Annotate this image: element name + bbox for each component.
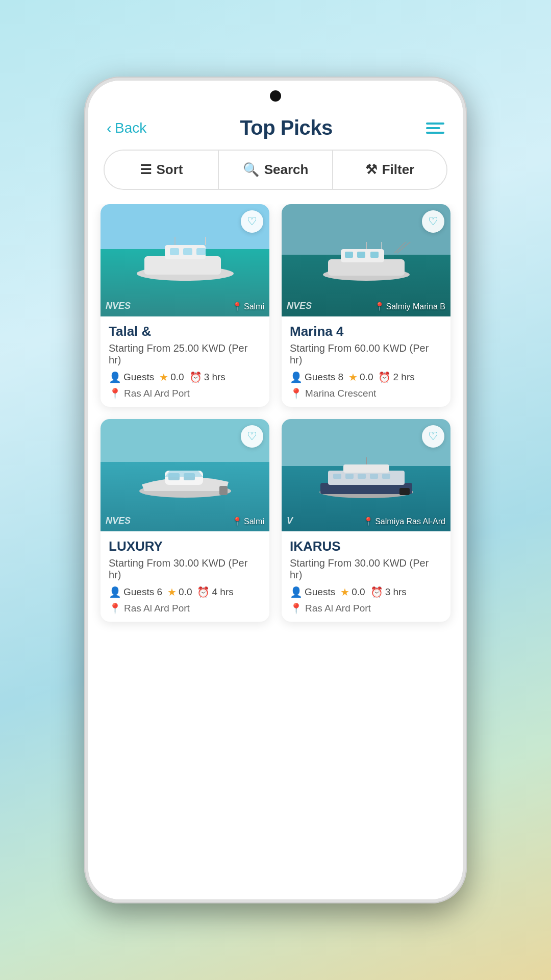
card-title-3: LUXURY bbox=[109, 538, 261, 554]
sort-icon: ☰ bbox=[140, 162, 152, 178]
boat-grid: ♡ 📍 Salmi NVES Talal & Starting From 25.… bbox=[101, 204, 450, 622]
card-image-wrap-3: ♡ 📍 Salmi NVES bbox=[101, 419, 269, 531]
rating-value-4: 0.0 bbox=[352, 586, 365, 598]
rating-info-3: ★ 0.0 bbox=[167, 586, 192, 598]
boat-svg-4 bbox=[313, 456, 420, 500]
duration-info-3: ⏰ 4 hrs bbox=[197, 586, 233, 598]
search-label: Search bbox=[264, 162, 309, 178]
favorite-btn-3[interactable]: ♡ bbox=[241, 425, 263, 448]
filter-label: Filter bbox=[382, 162, 415, 178]
guests-info-2: 👤 Guests 8 bbox=[290, 371, 343, 383]
svg-rect-30 bbox=[382, 474, 390, 479]
guests-label-1: Guests bbox=[123, 372, 154, 383]
duration-value-2: 2 hrs bbox=[393, 372, 414, 383]
location-name-2: Marina Crescent bbox=[305, 388, 376, 399]
boat-card-1[interactable]: ♡ 📍 Salmi NVES Talal & Starting From 25.… bbox=[101, 204, 269, 407]
card-location-1: 📍 Ras Al Ard Port bbox=[109, 387, 261, 400]
card-price-2: Starting From 60.00 KWD (Per hr) bbox=[290, 342, 442, 366]
location-text-4: Salmiya Ras Al-Ard bbox=[375, 517, 445, 526]
loc-pin-icon-2: 📍 bbox=[290, 387, 303, 400]
favorite-btn-4[interactable]: ♡ bbox=[422, 425, 444, 448]
clock-icon-4: ⏰ bbox=[370, 586, 383, 598]
duration-value-1: 3 hrs bbox=[204, 372, 226, 383]
location-name-3: Ras Al Ard Port bbox=[124, 603, 190, 614]
card-location-4: 📍 Ras Al Ard Port bbox=[290, 602, 442, 615]
watermark-3: NVES bbox=[106, 516, 131, 526]
svg-rect-27 bbox=[345, 474, 354, 479]
heart-icon-3: ♡ bbox=[247, 430, 257, 443]
duration-value-3: 4 hrs bbox=[212, 586, 233, 598]
watermark-1: NVES bbox=[106, 301, 131, 311]
pin-icon-4: 📍 bbox=[363, 517, 373, 526]
watermark-2: NVES bbox=[287, 301, 312, 311]
location-badge-4: 📍 Salmiya Ras Al-Ard bbox=[363, 517, 445, 526]
svg-rect-33 bbox=[399, 488, 410, 495]
card-price-4: Starting From 30.00 KWD (Per hr) bbox=[290, 557, 442, 581]
card-meta-3: 👤 Guests 6 ★ 0.0 ⏰ 4 hrs bbox=[109, 586, 261, 598]
card-title-2: Marina 4 bbox=[290, 324, 442, 339]
back-label: Back bbox=[115, 120, 146, 136]
svg-line-16 bbox=[394, 242, 410, 253]
card-location-2: 📍 Marina Crescent bbox=[290, 387, 442, 400]
card-meta-1: 👤 Guests ★ 0.0 ⏰ 3 hrs bbox=[109, 371, 261, 383]
card-price-1: Starting From 25.00 KWD (Per hr) bbox=[109, 342, 261, 366]
toolbar: ☰ Sort 🔍 Search ⚒ Filter bbox=[104, 150, 447, 190]
svg-rect-12 bbox=[357, 252, 365, 258]
guests-info-1: 👤 Guests bbox=[109, 371, 154, 383]
loc-pin-icon-1: 📍 bbox=[109, 387, 121, 400]
status-bar bbox=[88, 81, 463, 111]
menu-line-3 bbox=[426, 132, 444, 134]
star-icon-1: ★ bbox=[159, 371, 168, 383]
svg-rect-29 bbox=[370, 474, 378, 479]
star-icon-4: ★ bbox=[340, 586, 349, 598]
svg-rect-28 bbox=[358, 474, 366, 479]
pin-icon-2: 📍 bbox=[374, 302, 385, 311]
duration-info-2: ⏰ 2 hrs bbox=[378, 371, 414, 383]
svg-rect-11 bbox=[345, 252, 353, 258]
duration-info-4: ⏰ 3 hrs bbox=[370, 586, 407, 598]
favorite-btn-1[interactable]: ♡ bbox=[241, 210, 263, 233]
duration-value-4: 3 hrs bbox=[385, 586, 407, 598]
boat-card-3[interactable]: ♡ 📍 Salmi NVES LUXURY Starting From 30.0… bbox=[101, 419, 269, 622]
rating-info-1: ★ 0.0 bbox=[159, 371, 184, 383]
pin-icon-3: 📍 bbox=[232, 517, 242, 526]
search-button[interactable]: 🔍 Search bbox=[219, 151, 333, 189]
card-info-3: LUXURY Starting From 30.00 KWD (Per hr) … bbox=[101, 531, 269, 622]
guests-label-4: Guests bbox=[305, 586, 335, 598]
svg-rect-3 bbox=[170, 248, 179, 255]
card-image-wrap-1: ♡ 📍 Salmi NVES bbox=[101, 204, 269, 316]
location-badge-2: 📍 Salmiy Marina B bbox=[374, 302, 445, 311]
svg-rect-4 bbox=[183, 248, 192, 255]
card-meta-4: 👤 Guests ★ 0.0 ⏰ 3 hrs bbox=[290, 586, 442, 598]
svg-rect-31 bbox=[343, 464, 389, 473]
rating-info-4: ★ 0.0 bbox=[340, 586, 365, 598]
menu-line-1 bbox=[426, 122, 444, 125]
location-text-1: Salmi bbox=[244, 302, 264, 311]
boat-card-4[interactable]: ♡ 📍 Salmiya Ras Al-Ard V IKARUS Starting… bbox=[282, 419, 450, 622]
clock-icon-1: ⏰ bbox=[189, 371, 202, 383]
heart-icon-2: ♡ bbox=[428, 215, 438, 228]
svg-rect-22 bbox=[219, 486, 228, 495]
person-icon-1: 👤 bbox=[109, 371, 121, 383]
menu-line-2 bbox=[426, 127, 440, 129]
sort-button[interactable]: ☰ Sort bbox=[105, 151, 219, 189]
watermark-4: V bbox=[287, 516, 293, 526]
favorite-btn-2[interactable]: ♡ bbox=[422, 210, 444, 233]
rating-value-2: 0.0 bbox=[360, 372, 373, 383]
guests-label-3: Guests 6 bbox=[123, 586, 162, 598]
person-icon-2: 👤 bbox=[290, 371, 303, 383]
card-info-1: Talal & Starting From 25.00 KWD (Per hr)… bbox=[101, 316, 269, 407]
card-image-wrap-4: ♡ 📍 Salmiya Ras Al-Ard V bbox=[282, 419, 450, 531]
filter-button[interactable]: ⚒ Filter bbox=[333, 151, 446, 189]
content-area: ♡ 📍 Salmi NVES Talal & Starting From 25.… bbox=[88, 204, 463, 899]
card-price-3: Starting From 30.00 KWD (Per hr) bbox=[109, 557, 261, 581]
back-button[interactable]: ‹ Back bbox=[107, 120, 146, 136]
location-text-3: Salmi bbox=[244, 517, 264, 526]
guests-info-3: 👤 Guests 6 bbox=[109, 586, 162, 598]
boat-card-2[interactable]: ♡ 📍 Salmiy Marina B NVES Marina 4 Starti… bbox=[282, 204, 450, 407]
menu-icon[interactable] bbox=[426, 122, 444, 134]
guests-info-4: 👤 Guests bbox=[290, 586, 335, 598]
card-title-4: IKARUS bbox=[290, 538, 442, 554]
clock-icon-2: ⏰ bbox=[378, 371, 391, 383]
phone-frame: ‹ Back Top Picks ☰ Sort 🔍 Search bbox=[84, 77, 467, 903]
